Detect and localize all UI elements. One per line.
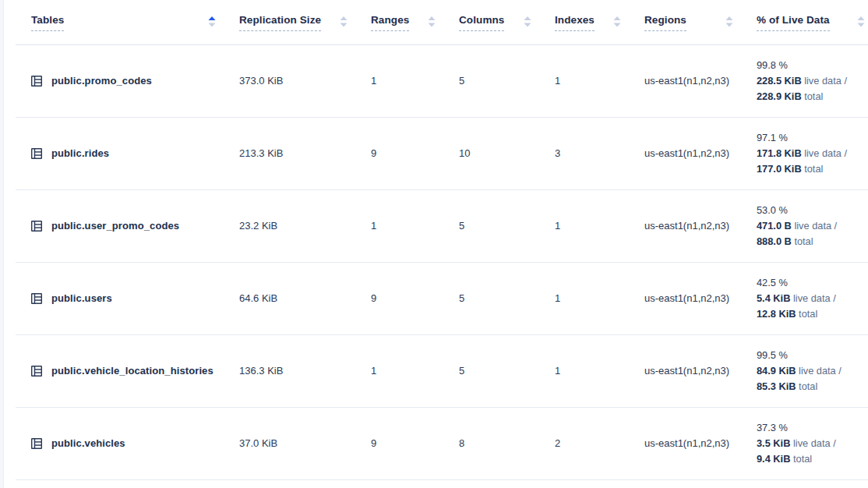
table-name-link[interactable]: public.vehicles: [51, 437, 125, 449]
live-data-line: 84.9 KiB live data /: [757, 363, 868, 379]
table-name-cell[interactable]: public.vehicles: [16, 407, 239, 479]
replication-size-cell: 213.3 KiB: [239, 117, 371, 189]
table-icon: [30, 364, 44, 378]
column-header[interactable]: % of Live Data: [757, 0, 868, 44]
column-header[interactable]: Ranges: [371, 0, 459, 44]
columns-cell: 5: [459, 44, 555, 117]
live-data-cell: 37.3 % 3.5 KiB live data / 9.4 KiB total: [757, 407, 868, 479]
live-data-line: 471.0 B live data /: [757, 218, 868, 234]
total-data-line: 9.4 KiB total: [757, 451, 868, 467]
table-row: public.vehicle_location_histories 136.3 …: [16, 334, 868, 407]
table-name-link[interactable]: public.user_promo_codes: [51, 220, 179, 232]
indexes-cell: 1: [555, 262, 644, 334]
table-row: public.rides 213.3 KiB 9 10 3 us-east1(n…: [16, 117, 868, 189]
table-body: public.promo_codes 373.0 KiB 1 5 1 us-ea…: [16, 44, 868, 479]
total-data-line: 888.0 B total: [757, 234, 868, 249]
ranges-cell: 1: [371, 334, 459, 407]
sort-arrows-icon: [524, 16, 531, 27]
column-header-label: % of Live Data: [757, 13, 830, 31]
live-data-percent: 53.0 %: [757, 203, 868, 218]
table-icon: [30, 219, 44, 233]
regions-cell: us-east1(n1,n2,n3): [644, 189, 757, 262]
live-data-cell: 53.0 % 471.0 B live data / 888.0 B total: [757, 189, 868, 262]
column-header[interactable]: Columns: [459, 0, 555, 44]
table-name-cell[interactable]: public.rides: [16, 117, 239, 189]
columns-cell: 5: [459, 262, 555, 334]
column-header[interactable]: Regions: [644, 0, 757, 44]
live-data-cell: 99.8 % 228.5 KiB live data / 228.9 KiB t…: [757, 44, 868, 117]
sort-arrows-icon: [857, 16, 865, 27]
sort-arrows-icon: [428, 16, 436, 27]
column-header[interactable]: Indexes: [555, 0, 644, 44]
regions-cell: us-east1(n1,n2,n3): [644, 117, 757, 189]
table-header: Tables Replication Size Ranges: [16, 0, 868, 44]
table-name-cell[interactable]: public.vehicle_location_histories: [16, 334, 239, 407]
live-data-line: 228.5 KiB live data /: [757, 73, 868, 89]
table-name-link[interactable]: public.vehicle_location_histories: [51, 365, 213, 377]
indexes-cell: 1: [555, 334, 644, 407]
total-data-line: 177.0 KiB total: [757, 161, 868, 177]
sort-arrows-icon: [613, 16, 621, 27]
columns-cell: 10: [459, 117, 555, 189]
indexes-cell: 1: [555, 189, 644, 262]
replication-size-cell: 136.3 KiB: [239, 334, 371, 407]
live-data-percent: 97.1 %: [757, 130, 868, 146]
table-name-link[interactable]: public.promo_codes: [51, 75, 152, 87]
ranges-cell: 1: [371, 44, 459, 117]
table-name-cell[interactable]: public.users: [16, 262, 239, 334]
live-data-line: 5.4 KiB live data /: [757, 291, 868, 306]
replication-size-cell: 64.6 KiB: [239, 262, 371, 334]
live-data-percent: 37.3 %: [757, 420, 868, 436]
column-header-label: Replication Size: [239, 13, 321, 31]
regions-cell: us-east1(n1,n2,n3): [644, 44, 757, 117]
replication-size-cell: 23.2 KiB: [239, 189, 371, 262]
columns-cell: 5: [459, 334, 555, 407]
table-icon: [30, 437, 44, 451]
regions-cell: us-east1(n1,n2,n3): [644, 407, 757, 479]
live-data-line: 171.8 KiB live data /: [757, 146, 868, 161]
indexes-cell: 3: [555, 117, 644, 189]
live-data-percent: 99.8 %: [757, 58, 868, 73]
columns-cell: 5: [459, 189, 555, 262]
ranges-cell: 9: [371, 407, 459, 479]
table-name-cell[interactable]: public.promo_codes: [16, 44, 239, 117]
live-data-cell: 99.5 % 84.9 KiB live data / 85.3 KiB tot…: [757, 334, 868, 407]
column-header-label: Tables: [31, 13, 64, 31]
table-icon: [30, 147, 44, 161]
live-data-line: 3.5 KiB live data /: [757, 436, 868, 451]
table-name-link[interactable]: public.users: [51, 292, 112, 304]
table-name-link[interactable]: public.rides: [51, 147, 109, 159]
replication-size-cell: 37.0 KiB: [239, 407, 371, 479]
indexes-cell: 1: [555, 44, 644, 117]
column-header[interactable]: Replication Size: [239, 0, 371, 44]
page-left-gutter: [0, 0, 4, 488]
live-data-percent: 99.5 %: [757, 348, 868, 363]
sort-arrows-icon: [725, 16, 733, 27]
total-data-line: 12.8 KiB total: [757, 306, 868, 322]
database-tables-table: Tables Replication Size Ranges: [16, 0, 868, 480]
regions-cell: us-east1(n1,n2,n3): [644, 334, 757, 407]
ranges-cell: 9: [371, 117, 459, 189]
sort-arrows-icon: [340, 16, 348, 27]
table-row: public.promo_codes 373.0 KiB 1 5 1 us-ea…: [16, 44, 868, 117]
table-row: public.user_promo_codes 23.2 KiB 1 5 1 u…: [16, 189, 868, 262]
total-data-line: 85.3 KiB total: [757, 379, 868, 394]
column-header-label: Regions: [644, 13, 686, 31]
table-name-cell[interactable]: public.user_promo_codes: [16, 189, 239, 262]
columns-cell: 8: [459, 407, 555, 479]
replication-size-cell: 373.0 KiB: [239, 44, 371, 117]
live-data-cell: 97.1 % 171.8 KiB live data / 177.0 KiB t…: [757, 117, 868, 189]
column-header[interactable]: Tables: [16, 0, 239, 44]
column-header-label: Ranges: [371, 13, 409, 31]
ranges-cell: 1: [371, 189, 459, 262]
table-row: public.vehicles 37.0 KiB 9 8 2 us-east1(…: [16, 407, 868, 479]
table-icon: [30, 292, 44, 306]
database-tables-page: Tables Replication Size Ranges: [0, 0, 868, 488]
total-data-line: 228.9 KiB total: [757, 89, 868, 104]
regions-cell: us-east1(n1,n2,n3): [644, 262, 757, 334]
column-header-label: Columns: [459, 13, 504, 31]
ranges-cell: 9: [371, 262, 459, 334]
column-header-label: Indexes: [555, 13, 595, 31]
tables-list-container: Tables Replication Size Ranges: [16, 0, 868, 480]
header-row: Tables Replication Size Ranges: [16, 0, 868, 44]
